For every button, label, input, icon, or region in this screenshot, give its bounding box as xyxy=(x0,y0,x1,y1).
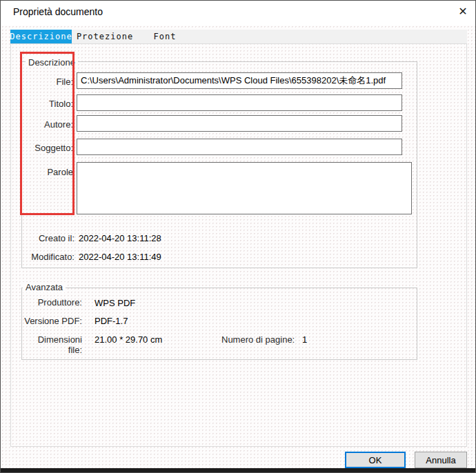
window-bottom-edge xyxy=(1,468,475,472)
file-input[interactable] xyxy=(77,72,402,89)
author-input[interactable] xyxy=(77,115,402,132)
file-label: File: xyxy=(21,77,73,87)
created-value: 2022-04-20 13:11:28 xyxy=(79,233,161,243)
tab-protezione[interactable]: Protezione xyxy=(72,30,138,43)
advanced-legend: Avanzata xyxy=(23,282,66,292)
keywords-label: Parole xyxy=(21,167,73,177)
modified-value: 2022-04-20 13:11:49 xyxy=(79,252,161,262)
pdf-version-value: PDF-1.7 xyxy=(95,316,128,326)
tab-descrizione[interactable]: Descrizione xyxy=(10,30,72,43)
close-icon[interactable]: ✕ xyxy=(455,3,471,19)
titlebar: Proprietà documento ✕ xyxy=(1,1,475,26)
dialog-title: Proprietà documento xyxy=(13,6,103,17)
modified-label: Modificato: xyxy=(21,252,75,262)
document-properties-dialog: Proprietà documento ✕ Descrizione Protez… xyxy=(0,0,476,473)
author-label: Autore: xyxy=(21,119,73,130)
title-label: Titolo: xyxy=(21,99,73,109)
tab-font[interactable]: Font xyxy=(138,30,192,43)
subject-label: Soggetto: xyxy=(21,143,73,153)
description-legend: Descrizione xyxy=(26,57,78,68)
subject-input[interactable] xyxy=(77,139,402,155)
created-label: Creato il: xyxy=(21,233,75,243)
pages-value: 1 xyxy=(302,334,307,345)
producer-label: Produttore: xyxy=(21,297,82,308)
file-size-value: 21.00 * 29.70 cm xyxy=(95,334,162,345)
file-size-label: Dimensioni file: xyxy=(21,334,82,355)
cancel-button[interactable]: Annulla xyxy=(415,452,467,468)
pdf-version-label: Versione PDF: xyxy=(21,316,82,326)
title-input[interactable] xyxy=(77,94,402,111)
producer-value: WPS PDF xyxy=(95,298,135,308)
tab-strip: Descrizione Protezione Font xyxy=(10,30,467,43)
pages-label: Numero di pagine: xyxy=(221,334,297,345)
ok-button[interactable]: OK xyxy=(345,452,406,468)
keywords-textarea[interactable] xyxy=(77,162,412,214)
